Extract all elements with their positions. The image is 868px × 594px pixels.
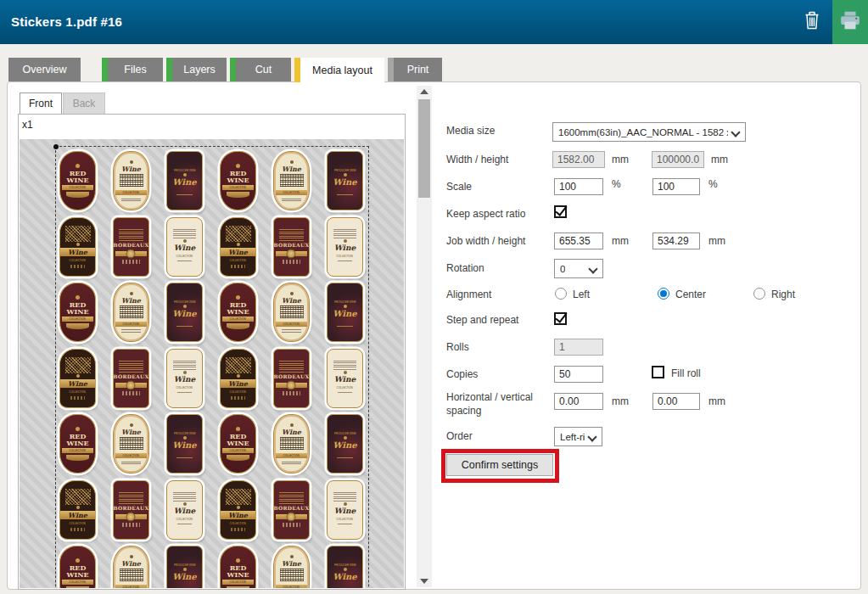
tab-status-indicator	[102, 58, 108, 81]
dark-producer-wine-label: WinePRODUCER WINE	[166, 283, 203, 342]
scrollbar-thumb[interactable]	[418, 99, 430, 198]
red-wine-shield-label: RED WINECOLLECTION	[59, 546, 96, 588]
red-wine-shield-label: RED WINECOLLECTION	[220, 414, 256, 474]
order-select[interactable]: Left-right	[554, 427, 602, 446]
printer-icon	[839, 9, 861, 35]
print-button[interactable]	[832, 0, 868, 44]
scale-y-input[interactable]	[652, 178, 700, 195]
cream-oval-wine-label: WineCOLLECTION	[113, 151, 149, 210]
tab-status-indicator	[388, 58, 394, 81]
keep-aspect-ratio-checkbox[interactable]	[554, 205, 567, 218]
media-width-input[interactable]	[552, 151, 605, 168]
tab-back-label: Back	[73, 98, 96, 109]
job-width-input[interactable]	[554, 233, 603, 249]
red-wine-shield-label: RED WINECOLLECTION	[59, 283, 96, 342]
gold-grapes-wine-label: WineCOLLECTION	[220, 349, 256, 408]
dark-producer-wine-label: WinePRODUCER WINE	[327, 414, 363, 474]
cream-oval-wine-label: WineCOLLECTION	[113, 283, 149, 342]
job-height-input[interactable]	[652, 233, 700, 249]
tab-back[interactable]: Back	[63, 92, 105, 114]
bordeaux-red-label: BORDEAUX	[273, 349, 310, 408]
red-wine-shield-label: RED WINECOLLECTION	[59, 151, 96, 210]
tab-media-layout[interactable]: Media layout	[294, 58, 384, 82]
tab-files-label: Files	[118, 64, 146, 76]
cream-oval-wine-label: WineCOLLECTION	[113, 546, 149, 588]
scale-x-unit: %	[612, 178, 621, 190]
copies-input[interactable]	[554, 366, 603, 383]
gold-grapes-wine-label: WineCOLLECTION	[220, 217, 256, 277]
vertical-spacing-input[interactable]	[652, 393, 700, 410]
delete-job-button[interactable]	[794, 0, 830, 44]
tab-front[interactable]: Front	[20, 92, 62, 114]
tab-layers[interactable]: Layers	[166, 58, 227, 81]
job-width-height-label: Job width / height	[446, 235, 525, 247]
cream-rect-wine-label: WineCOLLECTION	[166, 349, 203, 408]
tab-overview[interactable]: Overview	[8, 58, 81, 81]
spacing-label-line2: spacing	[446, 405, 481, 417]
scroll-down-button[interactable]	[417, 575, 432, 587]
scale-y-unit: %	[708, 178, 718, 190]
cream-oval-wine-label: WineCOLLECTION	[273, 414, 310, 474]
media-size-select[interactable]: 1600mm(63in)_AAC_NORMAL - 1582 x 10000	[552, 122, 746, 142]
alignment-center-radio[interactable]	[658, 288, 669, 300]
confirm-settings-button[interactable]: Confirm settings	[446, 454, 553, 476]
tab-status-indicator	[166, 58, 172, 81]
media-width-unit: mm	[612, 154, 629, 165]
tab-print-label: Print	[401, 64, 429, 76]
rotation-value: 0	[560, 264, 565, 274]
cream-rect-wine-label: WineCOLLECTION	[166, 480, 203, 540]
tab-files[interactable]: Files	[102, 58, 163, 81]
red-wine-shield-label: RED WINECOLLECTION	[220, 151, 256, 210]
order-label: Order	[446, 430, 473, 442]
bordeaux-red-label: BORDEAUX	[273, 480, 310, 540]
fill-roll-checkbox[interactable]	[652, 366, 664, 378]
media-height-unit: mm	[711, 154, 728, 165]
alignment-right-label: Right	[771, 289, 795, 300]
dark-producer-wine-label: WinePRODUCER WINE	[327, 546, 363, 588]
rolls-input[interactable]	[554, 339, 603, 356]
rotation-select[interactable]: 0	[554, 259, 603, 278]
tab-front-label: Front	[29, 98, 53, 109]
cream-rect-wine-label: WineCOLLECTION	[327, 349, 363, 408]
cream-rect-wine-label: WineCOLLECTION	[327, 217, 363, 277]
vertical-spacing-unit: mm	[708, 395, 725, 407]
horizontal-spacing-unit: mm	[612, 395, 629, 407]
red-wine-shield-label: RED WINECOLLECTION	[59, 414, 96, 474]
media-height-input[interactable]	[652, 151, 704, 168]
dark-producer-wine-label: WinePRODUCER WINE	[166, 546, 203, 588]
job-region-handle[interactable]	[53, 144, 59, 149]
alignment-right-radio[interactable]	[753, 288, 765, 300]
main-tab-bar: Overview Files Layers Cut Media layout P…	[0, 44, 868, 81]
tab-cut-label: Cut	[249, 64, 272, 76]
alignment-left-radio[interactable]	[555, 288, 567, 300]
gold-grapes-wine-label: WineCOLLECTION	[220, 480, 256, 540]
bordeaux-red-label: BORDEAUX	[273, 217, 310, 277]
cream-oval-wine-label: WineCOLLECTION	[113, 414, 149, 474]
alignment-center-label: Center	[675, 289, 706, 300]
cream-oval-wine-label: WineCOLLECTION	[273, 283, 310, 342]
triangle-down-icon	[420, 579, 428, 584]
alignment-label: Alignment	[446, 289, 491, 300]
scroll-up-button[interactable]	[417, 86, 432, 98]
tab-status-indicator	[230, 58, 236, 81]
tab-cut[interactable]: Cut	[230, 58, 291, 81]
scale-x-input[interactable]	[554, 178, 603, 195]
width-height-label: Width / height	[446, 154, 508, 165]
vertical-scrollbar[interactable]	[417, 86, 432, 587]
gold-grapes-wine-label: WineCOLLECTION	[59, 217, 96, 277]
tab-print[interactable]: Print	[388, 58, 442, 81]
job-width-unit: mm	[612, 235, 629, 247]
preview-canvas: RED WINECOLLECTIONWineCOLLECTIONWinePROD…	[20, 139, 404, 588]
gold-grapes-wine-label: WineCOLLECTION	[59, 349, 96, 408]
step-and-repeat-checkbox[interactable]	[554, 312, 567, 325]
job-height-unit: mm	[708, 235, 725, 247]
tab-media-layout-label: Media layout	[306, 64, 372, 76]
media-layout-panel: Front Back x1 RED WINECOLLECTIONWineCOLL…	[7, 81, 861, 590]
horizontal-spacing-input[interactable]	[554, 393, 603, 410]
fill-roll-label: Fill roll	[671, 367, 701, 379]
bordeaux-red-label: BORDEAUX	[113, 349, 149, 408]
job-region[interactable]	[55, 146, 369, 588]
order-value: Left-right	[560, 432, 585, 442]
keep-aspect-ratio-label: Keep aspect ratio	[446, 208, 525, 220]
rotation-label: Rotation	[446, 262, 484, 274]
